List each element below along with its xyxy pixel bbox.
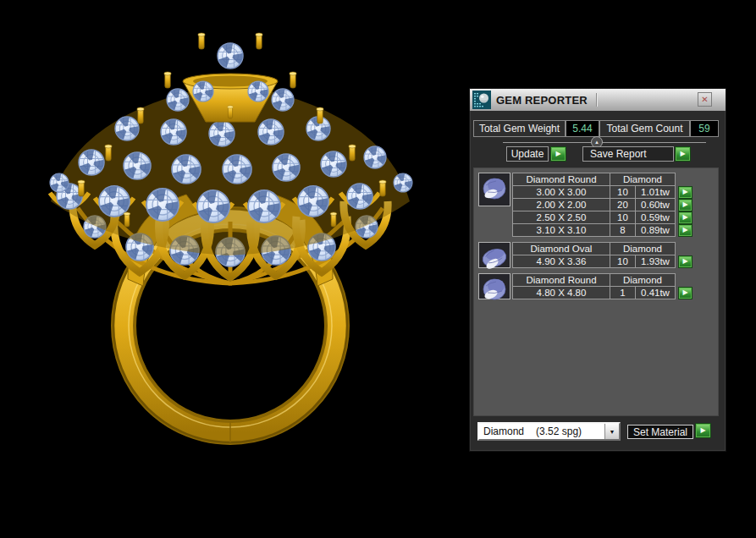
close-icon[interactable]: ✕ [698, 92, 712, 107]
gem-list[interactable]: Diamond RoundDiamond3.00 X 3.00101.01tw▶… [473, 167, 719, 416]
ring-3d-viewport[interactable] [0, 0, 471, 538]
titlebar-divider [596, 93, 597, 107]
run-icon: ▶ [682, 214, 687, 221]
gem-material-header: Diamond [610, 274, 676, 287]
gem-reporter-icon [472, 91, 491, 109]
select-gem-row-button[interactable]: ▶ [678, 255, 693, 268]
save-report-run-button[interactable]: ▶ [675, 146, 691, 162]
select-gem-row-button[interactable]: ▶ [678, 224, 693, 237]
gem-size-cell: 3.00 X 3.00 [513, 186, 610, 199]
gem-size-row[interactable]: 2.00 X 2.00200.60tw▶ [513, 199, 693, 211]
gem-weight-cell: 0.41tw [636, 287, 676, 299]
titlebar[interactable]: GEM REPORTER ✕ [470, 89, 726, 111]
gem-count-cell: 8 [610, 224, 636, 237]
gem-weight-cell: 0.89tw [636, 224, 676, 237]
gem-size-row[interactable]: 2.50 X 2.50100.59tw▶ [513, 211, 693, 224]
gem-size-row[interactable]: 3.00 X 3.00101.01tw▶ [513, 186, 693, 199]
gem-count-cell: 1 [610, 287, 636, 299]
gem-weight-cell: 0.60tw [636, 199, 676, 211]
gem-size-row[interactable]: 4.90 X 3.36101.93tw▶ [513, 255, 693, 268]
gem-size-row[interactable]: 4.80 X 4.8010.41tw▶ [513, 287, 693, 299]
update-run-button[interactable]: ▶ [550, 146, 566, 162]
select-gem-row-button[interactable]: ▶ [678, 287, 693, 299]
gem-material-header: Diamond [610, 173, 676, 186]
gem-size-cell: 2.50 X 2.50 [513, 211, 610, 224]
round-gem-icon[interactable] [478, 273, 510, 299]
gem-count-cell: 10 [610, 211, 636, 224]
save-report-button[interactable]: Save Report [582, 146, 674, 162]
run-icon: ▶ [682, 258, 687, 265]
gem-group: Diamond OvalDiamond4.90 X 3.36101.93tw▶ [478, 242, 718, 268]
chevron-down-icon[interactable]: ▼ [604, 424, 619, 439]
run-icon: ▶ [700, 427, 705, 434]
gem-group: Diamond RoundDiamond4.80 X 4.8010.41tw▶ [478, 273, 718, 299]
total-gem-weight-label: Total Gem Weight [473, 120, 566, 137]
gem-cluster [50, 33, 412, 283]
total-gem-weight-value: 5.44 [566, 120, 599, 137]
gem-size-cell: 2.00 X 2.00 [513, 199, 610, 211]
gem-size-cell: 4.80 X 4.80 [513, 287, 610, 299]
select-gem-row-button[interactable]: ▶ [678, 186, 693, 199]
gem-material-header: Diamond [610, 243, 676, 255]
material-combobox[interactable]: Diamond (3.52 spg) ▼ [477, 422, 621, 441]
panel-title: GEM REPORTER [496, 94, 588, 107]
set-material-button[interactable]: Set Material [627, 425, 693, 439]
gem-count-cell: 10 [610, 186, 636, 199]
application-window: GEM REPORTER ✕ Total Gem Weight 5.44 Tot… [0, 0, 756, 538]
material-density: (3.52 spg) [536, 425, 582, 437]
select-gem-row-button[interactable]: ▶ [678, 211, 693, 224]
run-icon: ▶ [682, 289, 687, 296]
ring-render [0, 0, 471, 538]
gem-reporter-panel: GEM REPORTER ✕ Total Gem Weight 5.44 Tot… [469, 88, 726, 452]
gem-size-row[interactable]: 3.10 X 3.1080.89tw▶ [513, 224, 693, 237]
gem-shape-header: Diamond Round [513, 274, 610, 287]
gem-weight-cell: 1.93tw [636, 255, 676, 268]
oval-gem-icon[interactable] [478, 242, 510, 268]
run-icon: ▶ [682, 227, 687, 233]
material-name: Diamond [483, 425, 524, 437]
gem-size-cell: 3.10 X 3.10 [513, 224, 610, 237]
round-gem-icon[interactable] [478, 173, 510, 206]
total-gem-count-value: 59 [690, 120, 719, 137]
gem-weight-cell: 0.59tw [636, 211, 676, 224]
total-gem-count-label: Total Gem Count [599, 120, 690, 137]
gem-count-cell: 10 [610, 255, 636, 268]
run-icon: ▶ [682, 189, 687, 195]
update-button[interactable]: Update [506, 146, 549, 162]
gem-shape-header: Diamond Oval [513, 243, 610, 255]
run-icon: ▶ [682, 201, 687, 208]
select-gem-row-button[interactable]: ▶ [678, 199, 693, 211]
gem-shape-header: Diamond Round [513, 173, 610, 186]
panel-slider-track[interactable] [503, 142, 706, 143]
run-icon: ▶ [555, 151, 560, 157]
set-material-run-button[interactable]: ▶ [695, 423, 711, 438]
gem-count-cell: 20 [610, 199, 636, 211]
gem-size-cell: 4.90 X 3.36 [513, 255, 610, 268]
run-icon: ▶ [680, 151, 685, 157]
gem-weight-cell: 1.01tw [636, 186, 676, 199]
gem-group: Diamond RoundDiamond3.00 X 3.00101.01tw▶… [478, 173, 718, 237]
